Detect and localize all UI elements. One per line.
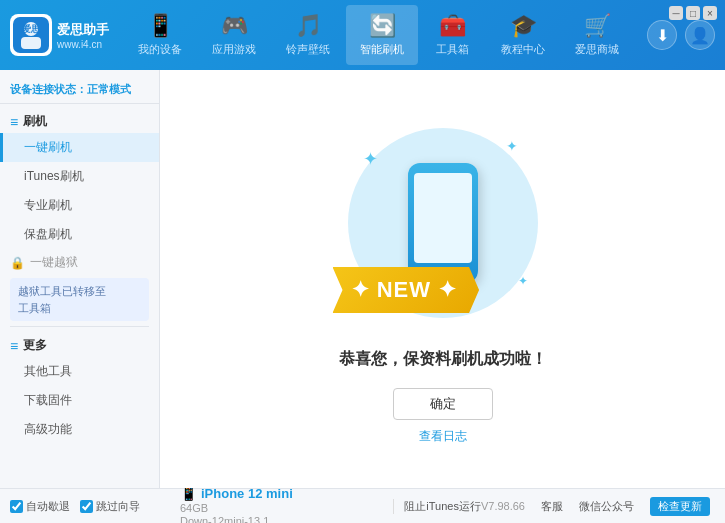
success-message: 恭喜您，保资料刷机成功啦！ (339, 349, 547, 370)
confirm-button[interactable]: 确定 (393, 388, 493, 420)
flash-section-label: 刷机 (23, 113, 47, 130)
flash-section-icon: ≡ (10, 114, 18, 130)
flash-section-header: ≡ 刷机 (0, 108, 159, 133)
main-content: 设备连接状态：正常模式 ≡ 刷机 一键刷机 iTunes刷机 专业刷机 保盘刷机… (0, 70, 725, 488)
tab-tutorial[interactable]: 🎓 教程中心 (487, 5, 559, 65)
lock-icon: 🔒 (10, 256, 25, 270)
logo-icon: 爱思 (10, 14, 52, 56)
sidebar-item-one-key-flash[interactable]: 一键刷机 (0, 133, 159, 162)
stop-itunes-button[interactable]: 阻止iTunes运行 (393, 499, 481, 514)
sparkle-topleft-icon: ✦ (363, 148, 378, 170)
auto-dismiss-checkbox[interactable]: 自动歇退 (10, 499, 70, 514)
more-section-header: ≡ 更多 (0, 332, 159, 357)
success-illustration: ✦ ✦ ✦ ✦ NEW ✦ (343, 113, 543, 333)
svg-text:爱思: 爱思 (22, 24, 41, 34)
svg-rect-2 (21, 37, 41, 49)
download-button[interactable]: ⬇ (647, 20, 677, 50)
header-actions: ⬇ 👤 (647, 20, 715, 50)
sidebar-item-pro-flash[interactable]: 专业刷机 (0, 191, 159, 220)
device-info: 📱 iPhone 12 mini 64GB Down-12mini-13,1 (170, 485, 393, 523)
view-log-link[interactable]: 查看日志 (419, 428, 467, 445)
new-ribbon: ✦ NEW ✦ (333, 267, 480, 313)
brand-url: www.i4.cn (57, 39, 109, 50)
ribbon-text: NEW (377, 277, 431, 302)
sidebar-item-save-flash[interactable]: 保盘刷机 (0, 220, 159, 249)
check-update-button[interactable]: 检查更新 (650, 497, 710, 516)
minimize-button[interactable]: ─ (669, 6, 683, 20)
ribbon-suffix: ✦ (438, 277, 457, 302)
bottom-right: V7.98.66 客服 微信公众号 检查更新 (481, 497, 715, 516)
tab-my-device[interactable]: 📱 我的设备 (124, 5, 196, 65)
shop-icon: 🛒 (584, 13, 611, 39)
jailbreak-note: 越狱工具已转移至工具箱 (10, 278, 149, 321)
device-storage: 64GB (180, 502, 393, 514)
brand-name: 爱思助手 (57, 21, 109, 39)
sidebar-item-itunes-flash[interactable]: iTunes刷机 (0, 162, 159, 191)
sparkle-bottomright-icon: ✦ (518, 274, 528, 288)
tab-toolbox[interactable]: 🧰 工具箱 (420, 5, 485, 65)
tab-smart-flash[interactable]: 🔄 智能刷机 (346, 5, 418, 65)
more-section-icon: ≡ (10, 338, 18, 354)
sidebar-item-other-tools[interactable]: 其他工具 (0, 357, 159, 386)
bottom-left: 自动歇退 跳过向导 (10, 499, 170, 514)
sparkle-topright-icon: ✦ (506, 138, 518, 154)
window-controls[interactable]: ─ □ × (669, 6, 717, 20)
phone-screen (414, 173, 472, 263)
ringtones-icon: 🎵 (295, 13, 322, 39)
phone-shape (408, 163, 478, 283)
close-button[interactable]: × (703, 6, 717, 20)
lock-label: 一键越狱 (30, 254, 78, 271)
logo: 爱思 爱思助手 www.i4.cn (10, 14, 110, 56)
sidebar-item-download-firmware[interactable]: 下载固件 (0, 386, 159, 415)
wechat-public-link[interactable]: 微信公众号 (579, 499, 634, 514)
tab-ringtones-label: 铃声壁纸 (286, 42, 330, 57)
auto-dismiss-label: 自动歇退 (26, 499, 70, 514)
apps-games-icon: 🎮 (221, 13, 248, 39)
tab-toolbox-label: 工具箱 (436, 42, 469, 57)
my-device-icon: 📱 (147, 13, 174, 39)
device-firmware: Down-12mini-13,1 (180, 515, 393, 523)
tab-apps-games[interactable]: 🎮 应用游戏 (198, 5, 270, 65)
tab-my-device-label: 我的设备 (138, 42, 182, 57)
account-button[interactable]: 👤 (685, 20, 715, 50)
sidebar-divider (10, 326, 149, 327)
device-status: 设备连接状态：正常模式 (0, 76, 159, 104)
tab-apps-games-label: 应用游戏 (212, 42, 256, 57)
status-value: 正常模式 (87, 83, 131, 95)
lock-section: 🔒 一键越狱 (0, 249, 159, 274)
status-label: 设备连接状态： (10, 83, 87, 95)
customer-service-link[interactable]: 客服 (541, 499, 563, 514)
smart-flash-icon: 🔄 (369, 13, 396, 39)
sidebar-item-advanced[interactable]: 高级功能 (0, 415, 159, 444)
bottom-bar: 自动歇退 跳过向导 📱 iPhone 12 mini 64GB Down-12m… (0, 488, 725, 523)
tab-shop-label: 爱思商城 (575, 42, 619, 57)
version-label: V7.98.66 (481, 500, 525, 512)
more-section-label: 更多 (23, 337, 47, 354)
maximize-button[interactable]: □ (686, 6, 700, 20)
tab-smart-flash-label: 智能刷机 (360, 42, 404, 57)
main-area: ✦ ✦ ✦ ✦ NEW ✦ 恭喜您，保资料刷机成功啦！ (160, 70, 725, 488)
skip-wizard-input[interactable] (80, 500, 93, 513)
nav-tabs: 📱 我的设备 🎮 应用游戏 🎵 铃声壁纸 🔄 智能刷机 🧰 工具箱 🎓 (110, 5, 647, 65)
tutorial-icon: 🎓 (510, 13, 537, 39)
tab-ringtones[interactable]: 🎵 铃声壁纸 (272, 5, 344, 65)
skip-wizard-checkbox[interactable]: 跳过向导 (80, 499, 140, 514)
toolbox-icon: 🧰 (439, 13, 466, 39)
ribbon-prefix: ✦ (351, 277, 370, 302)
skip-wizard-label: 跳过向导 (96, 499, 140, 514)
tab-tutorial-label: 教程中心 (501, 42, 545, 57)
auto-dismiss-input[interactable] (10, 500, 23, 513)
sidebar: 设备连接状态：正常模式 ≡ 刷机 一键刷机 iTunes刷机 专业刷机 保盘刷机… (0, 70, 160, 488)
logo-text: 爱思助手 www.i4.cn (57, 21, 109, 50)
tab-shop[interactable]: 🛒 爱思商城 (561, 5, 633, 65)
header: 爱思 爱思助手 www.i4.cn 📱 我的设备 🎮 应用游戏 🎵 铃声壁纸 (0, 0, 725, 70)
